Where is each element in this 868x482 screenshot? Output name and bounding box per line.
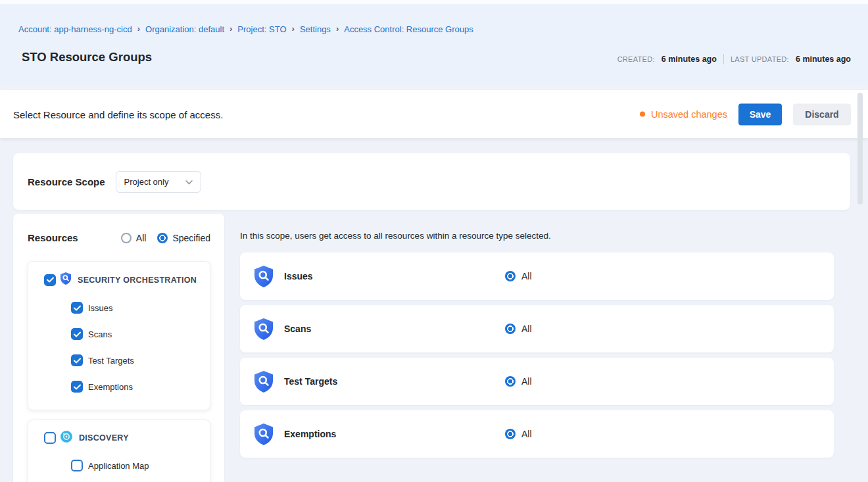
resource-row-label: Exemptions <box>284 429 505 439</box>
discovery-icon <box>60 431 72 445</box>
resources-panel-header: Resources All Specified <box>28 232 210 243</box>
breadcrumb-resource-groups[interactable]: Access Control: Resource Groups <box>344 24 473 34</box>
radio-option-all[interactable]: All <box>121 233 147 243</box>
action-toolbar: Select Resource and define its scope of … <box>0 90 868 138</box>
last-updated-value: 6 minutes ago <box>796 55 851 64</box>
resource-group-security-orchestration: SECURITY ORCHESTRATION Issues Scans Test… <box>28 261 210 410</box>
checkbox-test-targets[interactable] <box>71 354 83 366</box>
radio-checked-icon <box>505 429 516 439</box>
group-header-row: SECURITY ORCHESTRATION <box>44 272 205 287</box>
checkbox-security-orchestration[interactable] <box>44 274 56 286</box>
breadcrumb: Account: app-harness-ng-cicd › Organizat… <box>18 24 473 34</box>
radio-unchecked-icon <box>121 233 132 243</box>
resources-filter-radios: All Specified <box>121 233 210 243</box>
unsaved-dot-icon <box>640 112 645 117</box>
created-updated-meta: CREATED: 6 minutes ago LAST UPDATED: 6 m… <box>617 54 851 64</box>
checkbox-application-map[interactable] <box>71 460 83 471</box>
discard-button[interactable]: Discard <box>793 103 851 125</box>
header-top-strip <box>0 0 868 4</box>
resource-group-discovery: DISCOVERY Application Map <box>28 420 210 482</box>
resources-panel: Resources All Specified <box>13 214 224 482</box>
radio-checked-icon <box>505 271 516 281</box>
item-label: Scans <box>88 329 112 339</box>
resource-scope-card: Resource Scope Project only <box>13 153 850 210</box>
resource-scope-label: Resource Scope <box>28 176 105 187</box>
radio-checked-icon <box>505 376 516 387</box>
chevron-right-icon: › <box>336 24 339 34</box>
resource-row-label: Issues <box>284 271 505 281</box>
access-radio-group[interactable]: All <box>505 429 532 439</box>
save-button[interactable]: Save <box>738 103 782 125</box>
shield-search-icon <box>254 423 273 445</box>
resource-row-exemptions: Exemptions All <box>240 410 834 458</box>
breadcrumb-project[interactable]: Project: STO <box>237 24 286 34</box>
item-label: Application Map <box>88 461 149 471</box>
radio-checked-icon <box>505 324 516 334</box>
group-label: DISCOVERY <box>79 433 129 443</box>
access-all-label: All <box>521 271 532 281</box>
chevron-down-icon <box>185 177 193 187</box>
checkbox-scans[interactable] <box>71 328 83 340</box>
access-radio-group[interactable]: All <box>505 376 532 387</box>
created-label: CREATED: <box>617 55 655 63</box>
resource-item-exemptions: Exemptions <box>44 381 205 393</box>
radio-checked-icon <box>157 233 168 243</box>
resource-item-application-map: Application Map <box>44 460 205 471</box>
toolbar-description: Select Resource and define its scope of … <box>13 108 223 120</box>
resource-row-scans: Scans All <box>240 305 834 352</box>
group-items: Issues Scans Test Targets Exemptions <box>44 302 205 393</box>
radio-specified-label: Specified <box>172 233 210 243</box>
access-all-label: All <box>521 429 532 439</box>
shield-search-icon <box>60 272 71 287</box>
resource-scope-selected-value: Project only <box>124 177 169 187</box>
resource-row-test-targets: Test Targets All <box>240 358 834 405</box>
resource-row-label: Test Targets <box>284 376 505 387</box>
unsaved-changes-label: Unsaved changes <box>651 109 727 120</box>
group-header-row: DISCOVERY <box>44 431 205 445</box>
checkbox-discovery[interactable] <box>44 432 56 444</box>
chevron-right-icon: › <box>292 24 295 34</box>
access-radio-group[interactable]: All <box>505 271 532 281</box>
chevron-right-icon: › <box>137 24 140 34</box>
last-updated-label: LAST UPDATED: <box>731 55 789 63</box>
meta-divider <box>723 54 724 64</box>
item-label: Issues <box>88 303 113 313</box>
unsaved-changes-indicator: Unsaved changes <box>640 109 727 120</box>
created-value: 6 minutes ago <box>662 55 717 64</box>
resource-scope-dropdown[interactable]: Project only <box>116 171 201 193</box>
group-items: Application Map <box>44 460 205 471</box>
resource-item-scans: Scans <box>44 328 205 340</box>
checkbox-issues[interactable] <box>71 302 83 314</box>
scope-description: In this scope, users get access to all r… <box>240 231 551 241</box>
checkbox-exemptions[interactable] <box>71 381 83 393</box>
group-label: SECURITY ORCHESTRATION <box>78 276 197 285</box>
shield-search-icon <box>254 318 273 340</box>
resource-item-issues: Issues <box>44 302 205 314</box>
resources-heading: Resources <box>28 232 78 243</box>
resource-item-test-targets: Test Targets <box>44 354 205 366</box>
resource-row-label: Scans <box>284 324 505 334</box>
page-header: Account: app-harness-ng-cicd › Organizat… <box>0 0 868 85</box>
breadcrumb-settings[interactable]: Settings <box>300 24 331 34</box>
radio-option-specified[interactable]: Specified <box>157 233 210 243</box>
page-title: STO Resource Groups <box>22 50 152 64</box>
resource-rows: Issues All Scans All Test Targ <box>240 253 834 458</box>
breadcrumb-organization[interactable]: Organization: default <box>145 24 224 34</box>
breadcrumb-account[interactable]: Account: app-harness-ng-cicd <box>18 24 132 34</box>
shield-search-icon <box>254 266 273 287</box>
access-radio-group[interactable]: All <box>505 324 532 334</box>
shield-search-icon <box>254 371 273 393</box>
chevron-right-icon: › <box>229 24 232 34</box>
vertical-scrollbar-thumb[interactable] <box>857 93 863 205</box>
access-all-label: All <box>521 376 532 387</box>
toolbar-actions: Unsaved changes Save Discard <box>640 103 851 125</box>
access-all-label: All <box>521 324 532 334</box>
radio-all-label: All <box>136 233 147 243</box>
item-label: Test Targets <box>88 356 134 366</box>
item-label: Exemptions <box>88 382 133 392</box>
resource-row-issues: Issues All <box>240 253 834 300</box>
